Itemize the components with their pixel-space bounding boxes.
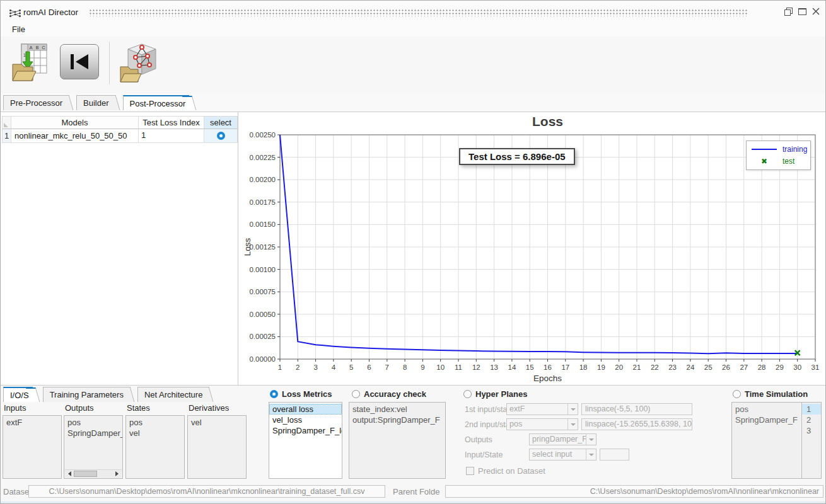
tab-ios[interactable]: I/O/S xyxy=(3,387,33,402)
list-item[interactable]: pos xyxy=(64,417,122,428)
loss-metrics-list[interactable]: overall lossvel_lossSpringDamper_F_loss xyxy=(269,402,342,479)
list-item[interactable]: 1 xyxy=(802,404,821,415)
tab-net-architecture[interactable]: Net Architecture xyxy=(137,387,207,402)
time-simulation-label: Time Simulation xyxy=(745,389,808,399)
list-item[interactable]: overall loss xyxy=(269,404,342,415)
list-item[interactable]: 3 xyxy=(802,425,821,436)
window-bottom-edge xyxy=(1,501,825,504)
derivatives-header: Derivatives xyxy=(189,403,229,413)
close-icon[interactable] xyxy=(811,7,820,16)
svg-text:1: 1 xyxy=(278,364,282,371)
derivatives-list[interactable]: vel xyxy=(187,415,247,479)
svg-text:7: 7 xyxy=(385,364,389,371)
tab-pre-processor[interactable]: Pre-Processor xyxy=(3,95,66,110)
toolbar: A B C 1 xyxy=(1,37,825,93)
list-item[interactable]: vel_loss xyxy=(269,415,342,425)
svg-text:4: 4 xyxy=(332,364,336,371)
chevron-down-icon[interactable] xyxy=(586,434,596,445)
training-line-swatch xyxy=(752,149,777,150)
svg-text:8: 8 xyxy=(403,364,407,371)
column-header-models[interactable]: Models xyxy=(11,117,139,129)
float-window-icon[interactable] xyxy=(784,7,793,16)
input-state-value-field[interactable] xyxy=(600,449,629,461)
accuracy-check-group: Accuracy check xyxy=(352,389,426,399)
loss-metrics-radio[interactable] xyxy=(270,390,278,398)
loss-metrics-group: Loss Metrics xyxy=(270,389,332,399)
scroll-right-icon[interactable] xyxy=(113,470,122,478)
import-dataset-button[interactable]: A B C 1 xyxy=(11,42,50,86)
dataset-path-field[interactable]: C:\Users\sonuman\Desktop\demos\romAI\non… xyxy=(28,485,385,498)
svg-text:0.00000: 0.00000 xyxy=(249,355,276,363)
states-list[interactable]: posvel xyxy=(125,415,185,479)
time-simulation-box: posSpringDamper_F 123 xyxy=(731,402,822,479)
models-table: Models Test Loss Index select 1 nonlinea… xyxy=(2,116,238,143)
parent-folder-path-field[interactable]: C:\Users\sonuman\Desktop\demos\romAI\non… xyxy=(445,485,823,498)
hyper-planes-radio[interactable] xyxy=(463,390,472,398)
model-select-radio[interactable] xyxy=(217,132,225,140)
time-simulation-signals-list[interactable]: posSpringDamper_F xyxy=(732,403,801,478)
svg-text:9: 9 xyxy=(421,364,424,371)
second-input-state-combo[interactable]: pos xyxy=(506,418,578,430)
column-header-select[interactable]: select xyxy=(204,117,238,129)
tab-post-processor[interactable]: Post-Processor xyxy=(123,95,190,110)
list-item[interactable]: extF xyxy=(3,417,61,428)
list-item[interactable]: pos xyxy=(126,417,184,428)
svg-text:2: 2 xyxy=(296,364,300,371)
accuracy-check-list[interactable]: state_index:veloutput:SpringDamper_F xyxy=(349,402,446,479)
model-name-cell[interactable]: nonlinear_mkc_relu_50_50_50 xyxy=(11,129,139,143)
predict-on-dataset-row: Predict on Dataset xyxy=(466,466,545,476)
tab-training-parameters[interactable]: Training Parameters xyxy=(43,387,127,402)
chevron-down-icon[interactable] xyxy=(586,449,596,460)
time-simulation-radio[interactable] xyxy=(733,390,741,398)
time-simulation-index-list[interactable]: 123 xyxy=(802,403,821,478)
title-bar[interactable]: romAI Director xyxy=(1,1,825,23)
accuracy-check-radio[interactable] xyxy=(352,390,360,398)
hyper-planes-label: Hyper Planes xyxy=(475,389,527,399)
reset-button[interactable] xyxy=(60,44,99,79)
inputs-list[interactable]: extF xyxy=(3,415,62,479)
list-item[interactable]: 2 xyxy=(802,415,821,425)
row-header[interactable]: 1 xyxy=(3,129,11,143)
svg-text:6: 6 xyxy=(367,364,371,371)
chevron-down-icon[interactable] xyxy=(567,419,578,430)
list-item[interactable]: SpringDamper_F_loss xyxy=(269,425,342,436)
second-linspace-field[interactable]: linspace(-15.2655,15.6398, 100) xyxy=(581,418,692,430)
list-item[interactable]: vel xyxy=(188,417,246,428)
list-item[interactable]: SpringDamper_F xyxy=(732,415,801,425)
svg-text:1: 1 xyxy=(23,53,26,57)
svg-text:21: 21 xyxy=(633,364,641,371)
tab-builder[interactable]: Builder xyxy=(76,95,112,110)
svg-text:0.00225: 0.00225 xyxy=(249,154,276,161)
list-item[interactable]: state_index:vel xyxy=(349,404,445,415)
svg-text:16: 16 xyxy=(544,364,552,371)
column-header-test-loss-index[interactable]: Test Loss Index xyxy=(139,117,204,129)
models-panel: Models Test Loss Index select 1 nonlinea… xyxy=(1,112,238,385)
list-item[interactable]: output:SpringDamper_F xyxy=(349,415,445,425)
main-tab-bar: Pre-Processor Builder Post-Processor xyxy=(3,95,199,110)
scroll-left-icon[interactable] xyxy=(65,470,73,478)
list-item[interactable]: SpringDamper_ xyxy=(64,428,122,438)
outputs-list[interactable]: posSpringDamper_ xyxy=(64,415,123,479)
outputs-horizontal-scrollbar[interactable] xyxy=(65,469,122,478)
svg-text:22: 22 xyxy=(651,364,659,371)
titlebar-drag-handle[interactable] xyxy=(89,9,748,16)
scrollbar-thumb[interactable] xyxy=(74,471,97,477)
svg-text:15: 15 xyxy=(526,364,534,371)
load-model-button[interactable] xyxy=(118,42,158,86)
input-state-combo[interactable]: select input xyxy=(529,449,596,461)
chevron-down-icon[interactable] xyxy=(567,404,578,415)
predict-on-dataset-checkbox[interactable] xyxy=(466,467,474,475)
list-item[interactable]: pos xyxy=(732,404,801,415)
svg-text:A: A xyxy=(30,45,33,50)
first-linspace-field[interactable]: linspace(-5,5, 100) xyxy=(581,403,692,415)
svg-text:Epochs: Epochs xyxy=(533,374,562,383)
test-loss-index-cell[interactable]: 1 xyxy=(139,129,204,143)
first-input-state-combo[interactable]: extF xyxy=(506,403,578,415)
maximize-icon[interactable] xyxy=(798,7,806,16)
table-corner-cell[interactable] xyxy=(3,117,11,129)
menu-file[interactable]: File xyxy=(9,24,28,35)
outputs-combo[interactable]: pringDamper_F xyxy=(529,433,596,445)
chart-legend: training ✖ test xyxy=(746,140,811,170)
list-item[interactable]: vel xyxy=(126,428,184,438)
model-select-cell[interactable] xyxy=(204,129,238,143)
